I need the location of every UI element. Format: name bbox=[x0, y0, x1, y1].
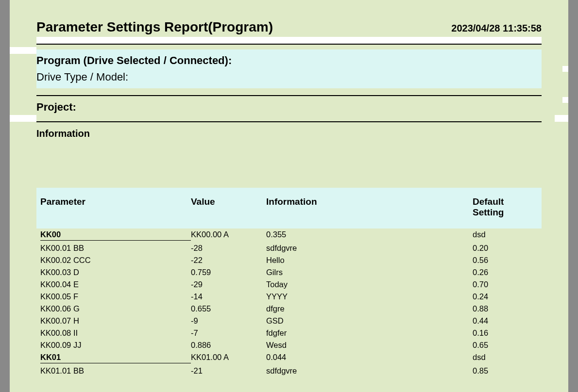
cell-value: KK01.00 A bbox=[191, 353, 266, 363]
cell-value: 0.886 bbox=[191, 341, 266, 350]
table-row: KK00.09 JJ0.886Wesd0.65 bbox=[36, 339, 542, 351]
cell-parameter: KK00.05 F bbox=[40, 292, 191, 301]
cell-information: sdfdgvre bbox=[266, 244, 473, 253]
cell-information: Wesd bbox=[266, 341, 473, 350]
cell-default: 0.85 bbox=[473, 366, 538, 376]
col-header-information: Information bbox=[266, 196, 473, 218]
report-page: Parameter Settings Report(Program) 2023/… bbox=[10, 0, 568, 392]
table-row: KK01KK01.00 A0.044dsd bbox=[36, 351, 542, 365]
cell-default: dsd bbox=[473, 353, 538, 363]
cell-default: dsd bbox=[473, 230, 538, 241]
spacer bbox=[36, 139, 542, 188]
cell-default: 0.65 bbox=[473, 341, 538, 350]
table-row: KK00.07 H-9GSD0.44 bbox=[36, 315, 542, 327]
cell-information: GSD bbox=[266, 316, 473, 326]
cell-default: 0.88 bbox=[473, 304, 538, 313]
cell-information: Gilrs bbox=[266, 268, 473, 277]
cell-parameter: KK00.09 JJ bbox=[40, 341, 191, 350]
cell-default: 0.26 bbox=[473, 268, 538, 277]
cell-parameter: KK00.07 H bbox=[40, 316, 191, 326]
table-row: KK00KK00.00 A0.355dsd bbox=[36, 229, 542, 242]
project-label: Project: bbox=[36, 96, 542, 121]
table-row: KK00.02 CCC-22Hello0.56 bbox=[36, 254, 542, 266]
cell-information: 0.044 bbox=[266, 353, 473, 363]
cell-value: KK00.00 A bbox=[191, 230, 266, 241]
divider-white bbox=[36, 37, 542, 44]
cell-value: -29 bbox=[191, 280, 266, 289]
table-header: Parameter Value Information Default Sett… bbox=[36, 188, 542, 229]
report-title: Parameter Settings Report(Program) bbox=[36, 19, 273, 35]
table-row: KK00.01 BB-28sdfdgvre0.20 bbox=[36, 242, 542, 254]
cell-information: Hello bbox=[266, 256, 473, 265]
col-header-parameter: Parameter bbox=[40, 196, 191, 218]
program-info-box: Program (Drive Selected / Connected): Dr… bbox=[36, 49, 542, 88]
cell-value: -9 bbox=[191, 316, 266, 326]
cell-default: 0.44 bbox=[473, 316, 538, 326]
cell-parameter: KK00 bbox=[40, 230, 191, 241]
cell-information: fdgfer bbox=[266, 328, 473, 338]
cell-parameter: KK00.08 II bbox=[40, 328, 191, 338]
cell-default: 0.20 bbox=[473, 244, 538, 253]
information-heading: Information bbox=[36, 122, 542, 139]
title-row: Parameter Settings Report(Program) 2023/… bbox=[36, 19, 542, 35]
cell-parameter: KK01 bbox=[40, 353, 191, 363]
cell-value: -7 bbox=[191, 328, 266, 338]
cell-default: 0.16 bbox=[473, 328, 538, 338]
cell-value: -28 bbox=[191, 244, 266, 253]
table-row: KK00.08 II-7fdgfer0.16 bbox=[36, 327, 542, 339]
cell-parameter: KK00.03 D bbox=[40, 268, 191, 277]
cell-default: 0.56 bbox=[473, 256, 538, 265]
cell-information: sdfdgvre bbox=[266, 366, 473, 376]
col-header-default: Default Setting bbox=[473, 196, 538, 218]
drive-type-label: Drive Type / Model: bbox=[36, 68, 542, 84]
program-label: Program (Drive Selected / Connected): bbox=[36, 53, 542, 68]
cell-information: 0.355 bbox=[266, 230, 473, 241]
table-row: KK01.01 BB-21sdfdgvre0.85 bbox=[36, 365, 542, 377]
cell-parameter: KK00.01 BB bbox=[40, 244, 191, 253]
cell-information: dfgre bbox=[266, 304, 473, 313]
cell-parameter: KK00.06 G bbox=[40, 304, 191, 313]
cell-parameter: KK00.02 CCC bbox=[40, 256, 191, 265]
cell-value: -21 bbox=[191, 366, 266, 376]
table-row: KK00.06 G0.655dfgre0.88 bbox=[36, 303, 542, 315]
table-body: KK00KK00.00 A0.355dsdKK00.01 BB-28sdfdgv… bbox=[36, 229, 542, 377]
cell-default: 0.24 bbox=[473, 292, 538, 301]
cell-default: 0.70 bbox=[473, 280, 538, 289]
table-row: KK00.04 E-29Today0.70 bbox=[36, 278, 542, 291]
cell-parameter: KK01.01 BB bbox=[40, 366, 191, 376]
cell-value: -14 bbox=[191, 292, 266, 301]
table-row: KK00.03 D0.759Gilrs0.26 bbox=[36, 266, 542, 278]
cell-information: YYYY bbox=[266, 292, 473, 301]
col-header-value: Value bbox=[191, 196, 266, 218]
cell-value: 0.759 bbox=[191, 268, 266, 277]
divider bbox=[36, 44, 542, 45]
parameter-table: Parameter Value Information Default Sett… bbox=[36, 188, 542, 377]
report-timestamp: 2023/04/28 11:35:58 bbox=[451, 23, 542, 34]
cell-information: Today bbox=[266, 280, 473, 289]
table-row: KK00.05 F-14YYYY0.24 bbox=[36, 291, 542, 303]
cell-value: -22 bbox=[191, 256, 266, 265]
cell-value: 0.655 bbox=[191, 304, 266, 313]
cell-parameter: KK00.04 E bbox=[40, 280, 191, 289]
